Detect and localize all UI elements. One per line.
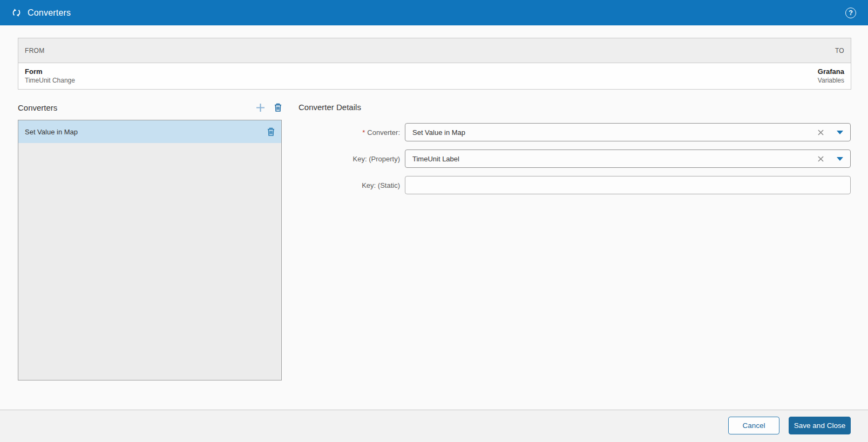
clear-icon[interactable] (817, 155, 824, 162)
converters-panel-actions (255, 103, 282, 113)
key-static-field-row: Key: (Static) (0, 176, 851, 194)
to-target-detail: Variables (818, 77, 844, 85)
plus-icon (255, 103, 266, 113)
page-title: Converters (28, 8, 71, 18)
from-column-header: FROM (25, 47, 45, 55)
from-source-name: Form (25, 67, 75, 76)
converter-field-row: *Converter: Set Value in Map (0, 123, 851, 141)
delete-converters-button[interactable] (274, 103, 282, 112)
save-and-close-button[interactable]: Save and Close (789, 417, 851, 434)
mapping-table-row: Form TimeUnit Change Grafana Variables (18, 63, 851, 89)
to-cell: Grafana Variables (818, 67, 844, 85)
to-column-header: TO (835, 47, 844, 55)
converter-details-title: Converter Details (299, 103, 361, 112)
key-property-field-row: Key: (Property) TimeUnit Label (0, 149, 851, 168)
cancel-button[interactable]: Cancel (728, 417, 779, 434)
key-property-field-label: Key: (Property) (0, 155, 400, 163)
title-bar: Converters ? (0, 0, 868, 25)
from-source-detail: TimeUnit Change (25, 77, 75, 85)
mapping-table: FROM TO Form TimeUnit Change Grafana Var… (18, 38, 851, 90)
from-cell: Form TimeUnit Change (25, 67, 75, 85)
key-static-input[interactable] (405, 176, 851, 194)
chevron-down-icon[interactable] (837, 131, 843, 134)
chevron-down-icon[interactable] (837, 157, 843, 161)
clear-icon[interactable] (817, 129, 824, 136)
converters-panel-header: Converters (18, 99, 282, 115)
footer-bar: Cancel Save and Close (0, 410, 868, 442)
converter-dropdown-value: Set Value in Map (412, 128, 817, 137)
mapping-table-header: FROM TO (18, 38, 851, 63)
required-marker: * (362, 128, 365, 137)
help-icon[interactable]: ? (845, 8, 856, 18)
converter-field-label: *Converter: (0, 128, 400, 137)
key-property-dropdown[interactable]: TimeUnit Label (405, 149, 851, 168)
converter-dropdown[interactable]: Set Value in Map (405, 123, 851, 141)
trash-icon (274, 103, 282, 112)
converters-panel-title: Converters (18, 103, 57, 112)
add-converter-button[interactable] (255, 103, 266, 113)
to-target-name: Grafana (818, 67, 844, 76)
convert-cycle-icon (12, 8, 21, 17)
key-property-dropdown-value: TimeUnit Label (412, 155, 817, 163)
key-static-field-label: Key: (Static) (0, 181, 400, 189)
